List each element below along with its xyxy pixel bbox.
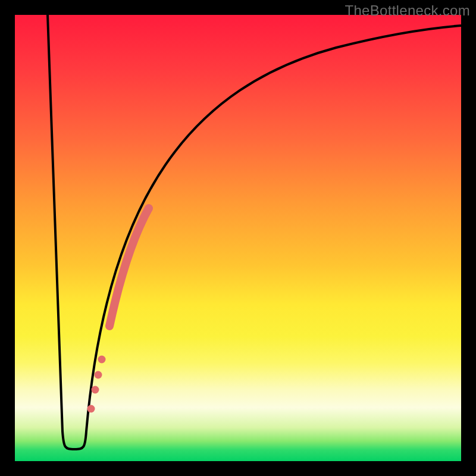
- chart-svg: [15, 15, 461, 461]
- highlight-segment: [109, 208, 149, 326]
- chart-frame: TheBottleneck.com: [0, 0, 476, 476]
- plot-area: [15, 15, 461, 461]
- highlight-dot: [87, 405, 95, 413]
- highlight-dot: [95, 371, 102, 379]
- bottleneck-curve: [48, 15, 461, 449]
- watermark-text: TheBottleneck.com: [345, 2, 470, 19]
- highlight-dot: [92, 386, 99, 394]
- highlight-dot: [98, 356, 106, 364]
